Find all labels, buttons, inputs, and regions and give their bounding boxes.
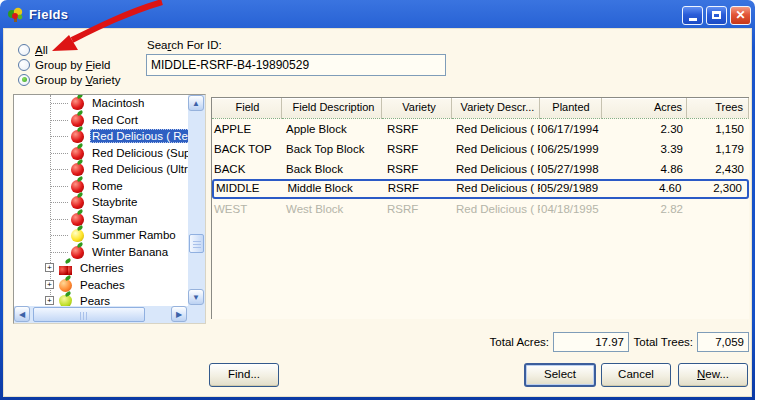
tree-item-label: Summer Rambo [90, 228, 178, 242]
apple-red-icon [71, 246, 84, 259]
vertical-scroll-thumb[interactable] [189, 234, 204, 253]
cell-field: BACK [212, 159, 282, 179]
expand-icon[interactable]: + [45, 280, 54, 289]
radio-label: All [35, 44, 48, 56]
column-header[interactable]: Field Description [282, 98, 382, 119]
tree-item-label: Red Cort [90, 113, 140, 127]
cell-variety: RSRF [382, 119, 452, 139]
apple-red-icon [71, 97, 84, 110]
table-row[interactable]: BACK TOPBack Top BlockRSRFRed Delicious … [212, 139, 749, 159]
total-acres-value: 17.97 [553, 332, 629, 352]
tree-connector [51, 120, 68, 121]
tree-rows: MacintoshRed CortRed Delicious ( RedRed … [14, 95, 188, 306]
tree-item[interactable]: +Pears [14, 293, 188, 306]
tree-item[interactable]: +Peaches [14, 277, 188, 294]
cancel-button[interactable]: Cancel [601, 363, 671, 387]
column-header[interactable]: Acres [602, 98, 687, 119]
column-header[interactable]: Field [212, 98, 282, 119]
tree-connector [51, 103, 68, 104]
table-row[interactable]: MIDDLEMiddle BlockRSRFRed Delicious ( Re… [212, 179, 749, 199]
cell-planted: 05/29/1989 [540, 181, 602, 197]
tree-item[interactable]: Red Delicious (Ultra [14, 161, 188, 178]
title-bar[interactable]: Fields ✕ [0, 0, 755, 28]
scroll-down-button[interactable]: ▼ [188, 289, 204, 305]
cell-variety: RSRF [383, 181, 452, 197]
cell-variety: RSRF [382, 199, 452, 219]
cell-trees: 1,150 [687, 119, 749, 139]
column-header[interactable]: Variety [382, 98, 452, 119]
search-for-id-label: Search For ID: [147, 39, 222, 51]
select-button[interactable]: Select [524, 363, 596, 387]
apple-red-icon [71, 163, 84, 176]
table-row[interactable]: BACKBack BlockRSRFRed Delicious ( Re05/2… [212, 159, 749, 179]
scroll-right-button[interactable]: ▶ [171, 306, 187, 322]
column-header[interactable]: Trees [687, 98, 749, 119]
tree-item-label: Red Delicious (Super [90, 146, 188, 160]
cell-field: WEST [212, 199, 282, 219]
apple-red-icon [71, 114, 84, 127]
cell-vdesc: Red Delicious ( Re [452, 181, 539, 197]
tree-vertical-scrollbar[interactable]: ▲ ▼ [188, 95, 205, 306]
expand-icon[interactable]: + [45, 263, 54, 272]
tree-item[interactable]: Rome [14, 178, 188, 195]
scroll-left-button[interactable]: ◀ [14, 306, 30, 322]
tree-item-label: Stayman [90, 212, 139, 226]
tree-connector [51, 186, 68, 187]
tree-item-label: Peaches [78, 278, 127, 292]
table-row[interactable]: APPLEApple BlockRSRFRed Delicious ( Re06… [212, 119, 749, 139]
search-input[interactable] [146, 54, 446, 76]
tree-item-label: Cherries [78, 261, 125, 275]
tree-item[interactable]: Stayman [14, 211, 188, 228]
column-header[interactable]: Planted [540, 98, 602, 119]
cherries-icon [59, 262, 72, 275]
cell-field: APPLE [212, 119, 282, 139]
radio-option-0[interactable]: All [18, 42, 120, 57]
cell-trees: 2,430 [687, 159, 749, 179]
expand-icon[interactable]: + [45, 296, 54, 305]
radio-option-2[interactable]: Group by Variety [18, 72, 120, 87]
tree-item[interactable]: Macintosh [14, 95, 188, 112]
new-button[interactable]: New... [678, 363, 748, 387]
new-button-label: ew... [705, 368, 729, 380]
scroll-up-button[interactable]: ▲ [188, 95, 204, 111]
cell-desc: Middle Block [283, 181, 382, 197]
apple-red-icon [71, 130, 84, 143]
tree-item[interactable]: Red Cort [14, 112, 188, 129]
minimize-button[interactable] [682, 6, 703, 25]
fields-window-icon [7, 6, 24, 23]
cell-vdesc: Red Delicious ( Re [452, 139, 540, 159]
apple-red-icon [71, 180, 84, 193]
pear-icon [59, 295, 72, 306]
tree-item[interactable]: Red Delicious ( Red [14, 128, 188, 145]
cell-acres: 4.86 [602, 159, 687, 179]
tree-item-label: Pears [78, 294, 112, 306]
cell-desc: Apple Block [282, 119, 382, 139]
tree-item[interactable]: Staybrite [14, 194, 188, 211]
tree-item[interactable]: Summer Rambo [14, 227, 188, 244]
tree-item[interactable]: Winter Banana [14, 244, 188, 261]
tree-horizontal-scrollbar[interactable]: ◀ ▶ [14, 306, 188, 323]
cell-acres: 2.30 [602, 119, 687, 139]
table-row[interactable]: WESTWest BlockRSRFRed Delicious ( Re04/1… [212, 199, 749, 219]
total-acres-label: Total Acres: [452, 336, 549, 348]
radio-option-1[interactable]: Group by Field [18, 57, 120, 72]
tree-item[interactable]: Red Delicious (Super [14, 145, 188, 162]
apple-red-icon [71, 213, 84, 226]
tree-item-label: Red Delicious ( Red [90, 129, 188, 143]
column-header[interactable]: Variety Descr... [452, 98, 540, 119]
apple-red-icon [71, 196, 84, 209]
peach-icon [59, 279, 72, 292]
tree-item-label: Red Delicious (Ultra [90, 162, 188, 176]
cell-acres: 4.60 [601, 181, 685, 197]
close-button[interactable]: ✕ [730, 6, 751, 25]
search-label-pre: Sea [147, 39, 167, 51]
maximize-button[interactable] [706, 6, 727, 25]
tree-item[interactable]: +Cherries [14, 260, 188, 277]
dialog-body: AllGroup by FieldGroup by Variety Search… [3, 28, 752, 397]
tree-item-label: Winter Banana [90, 245, 170, 259]
cell-planted: 06/25/1999 [540, 139, 602, 159]
group-mode-radios: AllGroup by FieldGroup by Variety [18, 42, 120, 87]
horizontal-scroll-thumb[interactable] [33, 307, 145, 322]
cell-planted: 05/27/1998 [540, 159, 602, 179]
find-button[interactable]: Find... [209, 363, 279, 387]
